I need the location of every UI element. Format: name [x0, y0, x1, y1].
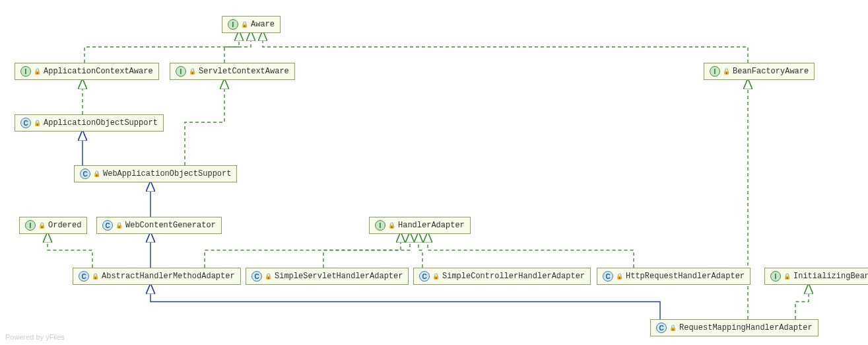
node-label: AbstractHandlerMethodAdapter: [102, 272, 235, 281]
node-label: HandlerAdapter: [398, 221, 465, 230]
class-icon: C: [419, 271, 430, 282]
edge-abstractHandlerMethodAdapter-to-ordered: [48, 233, 92, 268]
lock-icon: 🔒: [784, 273, 791, 280]
lock-icon: 🔒: [723, 68, 730, 75]
node-label: SimpleControllerHandlerAdapter: [442, 272, 585, 281]
lock-icon: 🔒: [616, 273, 623, 280]
uml-node-requestMappingHandlerAdapter[interactable]: C🔒RequestMappingHandlerAdapter: [650, 319, 818, 336]
uml-node-applicationObjectSupport[interactable]: C🔒ApplicationObjectSupport: [15, 114, 164, 132]
lock-icon: 🔒: [38, 222, 46, 229]
edge-servletContextAware-to-aware: [224, 31, 251, 63]
lock-icon: 🔒: [388, 222, 395, 229]
uml-node-servletContextAware[interactable]: I🔒ServletContextAware: [170, 63, 295, 80]
node-label: InitializingBean: [793, 272, 868, 281]
node-label: Aware: [251, 20, 275, 29]
node-label: SimpleServletHandlerAdapter: [275, 272, 403, 281]
interface-icon: I: [25, 220, 36, 231]
footer-credit: Powered by yFiles: [5, 333, 65, 341]
node-label: HttpRequestHandlerAdapter: [626, 272, 745, 281]
interface-icon: I: [710, 66, 720, 77]
edge-abstractHandlerMethodAdapter-to-handlerAdapter: [205, 233, 401, 268]
edge-simpleServletHandlerAdapter-to-handlerAdapter: [323, 233, 410, 268]
uml-node-simpleServletHandlerAdapter[interactable]: C🔒SimpleServletHandlerAdapter: [246, 268, 409, 285]
uml-node-aware[interactable]: I🔒Aware: [222, 16, 281, 33]
lock-icon: 🔒: [241, 21, 248, 28]
lock-icon: 🔒: [93, 171, 100, 178]
edge-simpleControllerHandlerAdapter-to-handlerAdapter: [418, 233, 422, 268]
class-icon: C: [603, 271, 613, 282]
edge-applicationContextAware-to-aware: [84, 31, 239, 63]
node-label: ApplicationContextAware: [44, 67, 153, 76]
uml-node-beanFactoryAware[interactable]: I🔒BeanFactoryAware: [704, 63, 815, 80]
edge-requestMappingHandlerAdapter-to-abstractHandlerMethodAdapter: [150, 284, 660, 319]
uml-node-applicationContextAware[interactable]: I🔒ApplicationContextAware: [15, 63, 159, 80]
uml-node-webContentGenerator[interactable]: C🔒WebContentGenerator: [96, 217, 222, 234]
interface-icon: I: [20, 66, 31, 77]
edge-requestMappingHandlerAdapter-to-initializingBean: [795, 284, 809, 319]
node-label: Ordered: [48, 221, 81, 230]
interface-icon: I: [176, 66, 186, 77]
edge-webApplicationObjectSupport-to-servletContextAware: [185, 79, 224, 165]
interface-icon: I: [228, 19, 238, 30]
node-label: ApplicationObjectSupport: [44, 118, 158, 128]
edge-httpRequestHandlerAdapter-to-handlerAdapter: [428, 233, 634, 268]
lock-icon: 🔒: [189, 68, 196, 75]
class-icon: C: [656, 323, 667, 333]
lock-icon: 🔒: [265, 273, 272, 280]
edge-beanFactoryAware-to-aware: [263, 31, 748, 63]
lock-icon: 🔒: [432, 273, 440, 280]
interface-icon: I: [770, 271, 781, 282]
uml-node-initializingBean[interactable]: I🔒InitializingBean: [764, 268, 868, 285]
node-label: BeanFactoryAware: [733, 67, 809, 76]
uml-node-webApplicationObjectSupport[interactable]: C🔒WebApplicationObjectSupport: [74, 165, 237, 182]
node-label: ServletContextAware: [199, 67, 289, 76]
node-label: WebApplicationObjectSupport: [103, 169, 231, 178]
uml-node-ordered[interactable]: I🔒Ordered: [19, 217, 87, 234]
uml-node-httpRequestHandlerAdapter[interactable]: C🔒HttpRequestHandlerAdapter: [597, 268, 751, 285]
class-icon: C: [20, 118, 31, 128]
uml-node-simpleControllerHandlerAdapter[interactable]: C🔒SimpleControllerHandlerAdapter: [413, 268, 591, 285]
uml-node-handlerAdapter[interactable]: I🔒HandlerAdapter: [369, 217, 471, 234]
node-label: WebContentGenerator: [125, 221, 216, 230]
node-label: RequestMappingHandlerAdapter: [679, 323, 813, 332]
class-icon: C: [102, 220, 113, 231]
lock-icon: 🔒: [116, 222, 123, 229]
class-icon: C: [80, 169, 90, 179]
lock-icon: 🔒: [669, 325, 677, 332]
lock-icon: 🔒: [92, 273, 99, 280]
lock-icon: 🔒: [34, 68, 41, 75]
class-icon: C: [251, 271, 262, 282]
lock-icon: 🔒: [34, 120, 41, 127]
interface-icon: I: [375, 220, 385, 231]
class-icon: C: [79, 271, 89, 282]
uml-node-abstractHandlerMethodAdapter[interactable]: C🔒AbstractHandlerMethodAdapter: [73, 268, 241, 285]
